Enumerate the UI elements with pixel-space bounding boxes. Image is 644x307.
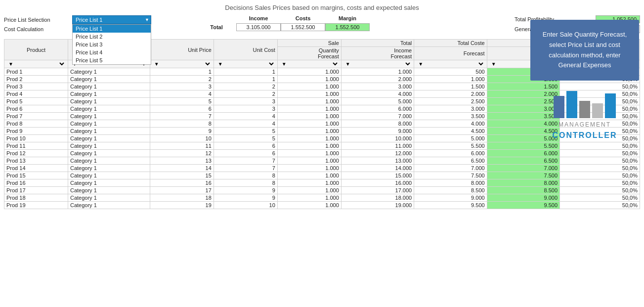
th-total-income-bot: IncomeForecast bbox=[341, 47, 414, 60]
cell-income: 14.000 bbox=[341, 165, 414, 172]
cell-category: Category 1 bbox=[68, 142, 150, 150]
table-row: Prod 18 Category 1 18 9 1.000 18.000 9.0… bbox=[4, 194, 640, 202]
cell-income: 4.000 bbox=[341, 90, 414, 98]
table-row: Prod 16 Category 1 16 8 1.000 16.000 8.0… bbox=[4, 179, 640, 187]
cell-qty: 1.000 bbox=[277, 135, 341, 142]
cell-qty: 1.000 bbox=[277, 76, 341, 83]
cell-qty: 1.000 bbox=[277, 157, 341, 165]
dropdown-arrow-icon: ▼ bbox=[145, 17, 149, 22]
logo-controller: CONTROLLER bbox=[552, 131, 617, 140]
cell-income: 12.000 bbox=[341, 150, 414, 157]
costs-header: Costs bbox=[281, 15, 325, 21]
cell-gross: 9.000 bbox=[487, 194, 559, 202]
cell-gross: 5.500 bbox=[487, 142, 559, 150]
filter-unitprice[interactable]: ▼ bbox=[150, 60, 214, 68]
cell-unitprice: 15 bbox=[150, 172, 214, 179]
cell-product: Prod 6 bbox=[4, 105, 68, 113]
cell-unitprice: 14 bbox=[150, 165, 214, 172]
cell-unitcost: 2 bbox=[214, 90, 277, 98]
cell-pct: 50,0% bbox=[560, 165, 640, 172]
table-row: Prod 15 Category 1 15 8 1.000 15.000 7.5… bbox=[4, 172, 640, 179]
cell-income: 2.000 bbox=[341, 76, 414, 83]
cell-qty: 1.000 bbox=[277, 120, 341, 128]
table-row: Prod 19 Category 1 19 10 1.000 19.000 9.… bbox=[4, 202, 640, 209]
left-controls: Price List Selection Price List 1 ▼ Pric… bbox=[4, 15, 187, 32]
table-row: Prod 13 Category 1 13 7 1.000 13.000 6.5… bbox=[4, 157, 640, 165]
cell-qty: 1.000 bbox=[277, 105, 341, 113]
unitcost-filter-select[interactable]: ▼ bbox=[216, 61, 275, 67]
cell-totalcost: 3.500 bbox=[414, 113, 487, 120]
cell-unitcost: 3 bbox=[214, 98, 277, 105]
unitprice-filter-select[interactable]: ▼ bbox=[152, 61, 212, 67]
price-list-menu[interactable]: Price List 1 Price List 2 Price List 3 P… bbox=[72, 24, 151, 65]
margin-value: 1.552.500 bbox=[325, 23, 370, 31]
cell-qty: 1.000 bbox=[277, 90, 341, 98]
price-list-label: Price List Selection bbox=[4, 17, 68, 23]
price-list-option-4[interactable]: Price List 4 bbox=[73, 48, 151, 56]
table-row: Prod 12 Category 1 12 6 1.000 12.000 6.0… bbox=[4, 150, 640, 157]
cell-category: Category 1 bbox=[68, 128, 150, 135]
cell-unitprice: 4 bbox=[150, 90, 214, 98]
cell-income: 19.000 bbox=[341, 202, 414, 209]
filter-qty[interactable]: ▼ bbox=[277, 60, 341, 68]
cell-totalcost: 2.500 bbox=[414, 98, 487, 105]
cell-gross: 9.500 bbox=[487, 202, 559, 209]
cell-unitcost: 3 bbox=[214, 105, 277, 113]
cell-unitcost: 1 bbox=[214, 68, 277, 76]
bar bbox=[592, 103, 603, 118]
cell-unitcost: 8 bbox=[214, 172, 277, 179]
price-list-option-3[interactable]: Price List 3 bbox=[73, 41, 151, 48]
cell-pct: 50,0% bbox=[560, 142, 640, 150]
cell-unitcost: 4 bbox=[214, 120, 277, 128]
cell-unitcost: 6 bbox=[214, 150, 277, 157]
filter-unitcost[interactable]: ▼ bbox=[214, 60, 277, 68]
filter-product[interactable]: ▼ bbox=[4, 60, 68, 68]
cell-category: Category 1 bbox=[68, 179, 150, 187]
cell-totalcost: 8.500 bbox=[414, 187, 487, 194]
price-list-dropdown[interactable]: Price List 1 ▼ bbox=[72, 15, 151, 24]
cell-totalcost: 2.000 bbox=[414, 90, 487, 98]
cell-unitcost: 9 bbox=[214, 194, 277, 202]
table-row: Prod 14 Category 1 14 7 1.000 14.000 7.0… bbox=[4, 165, 640, 172]
cell-category: Category 1 bbox=[68, 194, 150, 202]
filter-totalcost[interactable]: ▼ bbox=[414, 60, 487, 68]
cell-qty: 1.000 bbox=[277, 179, 341, 187]
cell-unitprice: 12 bbox=[150, 150, 214, 157]
info-box: Enter Sale Quantity Forecast, select Pri… bbox=[530, 20, 639, 81]
cell-product: Prod 3 bbox=[4, 83, 68, 90]
price-list-option-5[interactable]: Price List 5 bbox=[73, 56, 151, 64]
cell-unitcost: 5 bbox=[214, 135, 277, 142]
filter-income[interactable]: ▼ bbox=[341, 60, 414, 68]
cell-unitprice: 17 bbox=[150, 187, 214, 194]
cell-totalcost: 3.000 bbox=[414, 105, 487, 113]
cell-gross: 7.500 bbox=[487, 172, 559, 179]
cell-unitprice: 19 bbox=[150, 202, 214, 209]
price-list-option-1[interactable]: Price List 1 bbox=[73, 25, 151, 33]
cell-totalcost: 7.500 bbox=[414, 172, 487, 179]
cell-pct: 50,0% bbox=[560, 172, 640, 179]
qty-filter-select[interactable]: ▼ bbox=[280, 61, 339, 67]
cell-category: Category 1 bbox=[68, 172, 150, 179]
cell-qty: 1.000 bbox=[277, 187, 341, 194]
cell-totalcost: 1.500 bbox=[414, 83, 487, 90]
cell-product: Prod 10 bbox=[4, 135, 68, 142]
cell-qty: 1.000 bbox=[277, 83, 341, 90]
table-row: Prod 11 Category 1 11 6 1.000 11.000 5.5… bbox=[4, 142, 640, 150]
cell-totalcost: 8.000 bbox=[414, 179, 487, 187]
cell-pct: 50,0% bbox=[560, 179, 640, 187]
cell-income: 11.000 bbox=[341, 142, 414, 150]
totalcost-filter-select[interactable]: ▼ bbox=[416, 61, 484, 67]
product-filter-select[interactable]: ▼ bbox=[6, 61, 66, 67]
cell-product: Prod 14 bbox=[4, 165, 68, 172]
cell-product: Prod 12 bbox=[4, 150, 68, 157]
cell-product: Prod 19 bbox=[4, 202, 68, 209]
income-filter-select[interactable]: ▼ bbox=[343, 61, 412, 67]
logo-box: MANAGEMENT CONTROLLER bbox=[530, 88, 639, 140]
cell-income: 9.000 bbox=[341, 128, 414, 135]
cell-product: Prod 11 bbox=[4, 142, 68, 150]
price-list-dropdown-wrapper[interactable]: Price List 1 ▼ Price List 1 Price List 2… bbox=[72, 15, 151, 24]
bar-chart bbox=[554, 88, 616, 118]
bar bbox=[605, 93, 616, 118]
th-unit-price: Unit Price bbox=[150, 40, 214, 60]
price-list-option-2[interactable]: Price List 2 bbox=[73, 33, 151, 41]
